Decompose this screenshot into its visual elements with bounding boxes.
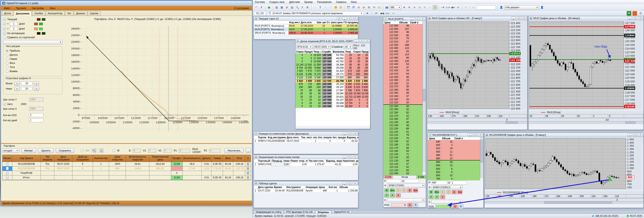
table-window-icon[interactable]: ≣ bbox=[285, 5, 289, 10]
link-tool-icon[interactable]: ⇄ bbox=[456, 5, 460, 10]
bid-row[interactable]: 122 18029 bbox=[384, 143, 422, 147]
current-checkbox[interactable]: ✓ bbox=[3, 18, 6, 21]
m-checkbox[interactable]: ✓ bbox=[113, 149, 115, 152]
row-check-cell[interactable]: ✓ bbox=[2, 162, 12, 166]
bid-row[interactable]: 122 16033 bbox=[384, 150, 422, 153]
strategy-select[interactable]: ▼ bbox=[3, 40, 62, 44]
finger-icon[interactable]: ☝ bbox=[428, 5, 432, 10]
position-row[interactable]: 1SPBFUTRI120000BS0B09.07.2020100-42,32 bbox=[254, 139, 358, 143]
maximize-button[interactable]: ▢ bbox=[633, 17, 637, 20]
bid-row[interactable]: 122 23069 bbox=[384, 127, 422, 130]
ask-row[interactable]: 122 46066 bbox=[384, 56, 422, 60]
tab-optionfvv2[interactable]: OptionFVV #2 bbox=[332, 210, 352, 214]
ask-row[interactable]: 91019 bbox=[428, 147, 480, 150]
plus2-color2-swatch[interactable] bbox=[39, 27, 43, 30]
qty-input[interactable]: 1 bbox=[451, 181, 467, 185]
cancel-sell-orders-button[interactable]: ✗ bbox=[396, 193, 401, 198]
disabled-button[interactable]: ✋ bbox=[446, 190, 451, 194]
reverse-position-button[interactable]: R bbox=[413, 203, 418, 207]
tab-dannye[interactable]: Данные bbox=[74, 11, 87, 16]
ask-row[interactable]: 122 450134 bbox=[384, 60, 422, 63]
bid-row[interactable]: 122 29032 bbox=[384, 108, 422, 111]
alert-icon[interactable]: ❕ bbox=[313, 5, 317, 10]
instrument-row-siu0[interactable]: SiU0 [FORTS: Фьючерсы]SiU017.09.202011,0… bbox=[254, 28, 358, 31]
account-select[interactable]: SPBFUT00RCX▼ bbox=[432, 185, 462, 189]
dh-checkbox[interactable]: ✓ bbox=[81, 149, 83, 152]
menu-sozdat-okno[interactable]: Создать окно bbox=[269, 0, 284, 3]
eraser-icon[interactable]: ✎ bbox=[422, 5, 427, 10]
menu-file[interactable]: Файл bbox=[4, 7, 10, 10]
save-button[interactable]: Сохранить bbox=[56, 148, 74, 153]
portfolio-col-header[interactable]: Профит bbox=[171, 155, 183, 162]
grab-icon[interactable]: ✊ bbox=[334, 5, 338, 10]
security-code-cell[interactable]: Итого: bbox=[12, 176, 41, 180]
timeframe-select[interactable]: M5▼ bbox=[390, 5, 401, 9]
disabled-button[interactable]: ✋ bbox=[440, 190, 445, 194]
auto-checkbox[interactable]: ✓ bbox=[3, 103, 6, 106]
portfolio-col-header[interactable]: Цена открытия bbox=[109, 155, 126, 162]
above-inc-button[interactable]: > bbox=[34, 81, 39, 85]
ask-row[interactable]: 122 32020 bbox=[384, 101, 422, 104]
radio-vomma[interactable] bbox=[6, 70, 8, 73]
minimize-button[interactable]: ▁ bbox=[628, 133, 632, 136]
sell-button[interactable]: S bbox=[452, 190, 456, 194]
options-board-row[interactable]: 240260240127 50026,1575 4405 3105 630 bbox=[296, 86, 370, 89]
options-board-row[interactable]: 1 6201 6601 620122 50026,7981 8201 8101 … bbox=[296, 79, 370, 83]
instrument-row-sru0[interactable]: SRU0 [FORTS: Фьючерсы]SRU018.09.202011,0… bbox=[254, 31, 358, 35]
bid-row[interactable]: 122 22051 bbox=[384, 130, 422, 134]
dom-scrollbar[interactable] bbox=[422, 21, 426, 172]
close-button[interactable]: ✕ bbox=[353, 17, 357, 20]
import-button[interactable]: Импорт bbox=[21, 148, 36, 153]
bid-row[interactable]: 122 17058 bbox=[384, 147, 422, 150]
portfolio-col-header[interactable]: Тета bbox=[233, 155, 245, 162]
maximize-button[interactable]: ▢ bbox=[360, 40, 364, 43]
sko-input[interactable]: 2 bbox=[29, 113, 44, 117]
disabled-button[interactable]: ✋ bbox=[396, 189, 401, 193]
close-button[interactable]: ✕ bbox=[353, 182, 357, 185]
v1-input[interactable]: 0 bbox=[148, 149, 156, 153]
tab-sdelki[interactable]: Сделки bbox=[88, 11, 100, 16]
tab-kalkulyator[interactable]: Калькулятор bbox=[46, 11, 64, 16]
undo-icon[interactable]: ↶ bbox=[254, 5, 258, 10]
ask-row[interactable]: 122 51057 bbox=[384, 40, 422, 43]
portfolio-col-header[interactable]: Гамма bbox=[212, 155, 223, 162]
close-button[interactable]: ✕ bbox=[353, 132, 357, 135]
close-button[interactable]: ✕ bbox=[421, 17, 425, 20]
ask-row[interactable]: 122 56038 bbox=[384, 24, 422, 27]
security-code-cell[interactable]: RI120000BS0B bbox=[12, 166, 41, 171]
ask-row[interactable]: 90011 bbox=[428, 150, 480, 154]
maximize-button[interactable]: ▢ bbox=[348, 182, 352, 185]
options-board-row[interactable]: 670710680125 00026,1433 3803 3103 440 bbox=[296, 83, 370, 86]
d-input[interactable]: 0 bbox=[133, 149, 141, 153]
ask-row[interactable]: 9202 bbox=[428, 143, 480, 147]
chart-window-icon[interactable]: ▤ bbox=[274, 5, 279, 10]
chart-hscrollbar[interactable] bbox=[484, 201, 644, 204]
limit-row[interactable]: 1SPBFUT00RC0,000,001 279,47-42,320,00 bbox=[254, 163, 358, 166]
ask-row[interactable]: 122 52079 bbox=[384, 37, 422, 40]
buy-market-button[interactable]: Bm bbox=[390, 189, 395, 193]
options-board-row[interactable]: 708080130 00027,0677 7807 6707 930 bbox=[296, 89, 370, 92]
minimize-button[interactable]: ▁ bbox=[342, 182, 346, 185]
current-color1-swatch[interactable] bbox=[37, 18, 40, 21]
security-code-cell[interactable]: FixedProfit bbox=[12, 171, 41, 176]
options-board-row[interactable]: 9 70010 0509 880112 50035,548806080 bbox=[296, 66, 370, 69]
lightning-icon[interactable]: ⚡ bbox=[464, 5, 468, 10]
disabled-button[interactable]: ✋ bbox=[402, 189, 406, 193]
money-mail-icon[interactable]: 🖂 bbox=[377, 5, 382, 10]
buy-button[interactable]: B bbox=[429, 190, 434, 194]
next-message-icon[interactable]: ▶▶ bbox=[386, 11, 390, 16]
ask-row[interactable]: 122 35038 bbox=[384, 91, 422, 95]
ask-row[interactable]: 94015 bbox=[428, 140, 480, 143]
crosshair-add-icon[interactable]: ✚ bbox=[402, 5, 406, 10]
bid-row[interactable]: 122 27022 bbox=[384, 114, 422, 118]
ask-row[interactable]: 122 490124 bbox=[384, 47, 422, 50]
v2-input[interactable]: 0 bbox=[164, 149, 172, 153]
coins-icon[interactable]: ◉ bbox=[362, 5, 366, 10]
maximize-button[interactable]: ▢ bbox=[348, 17, 352, 20]
reverse-position-button[interactable]: R bbox=[458, 205, 464, 209]
ask-row[interactable]: 122 38022 bbox=[384, 82, 422, 85]
compare-checkbox[interactable]: ✓ bbox=[3, 36, 6, 39]
minimize-button[interactable]: ▁ bbox=[342, 132, 346, 135]
menu-about[interactable]: О программе bbox=[234, 7, 249, 10]
portfolio-col-header[interactable]: Волатильность bbox=[183, 155, 202, 162]
